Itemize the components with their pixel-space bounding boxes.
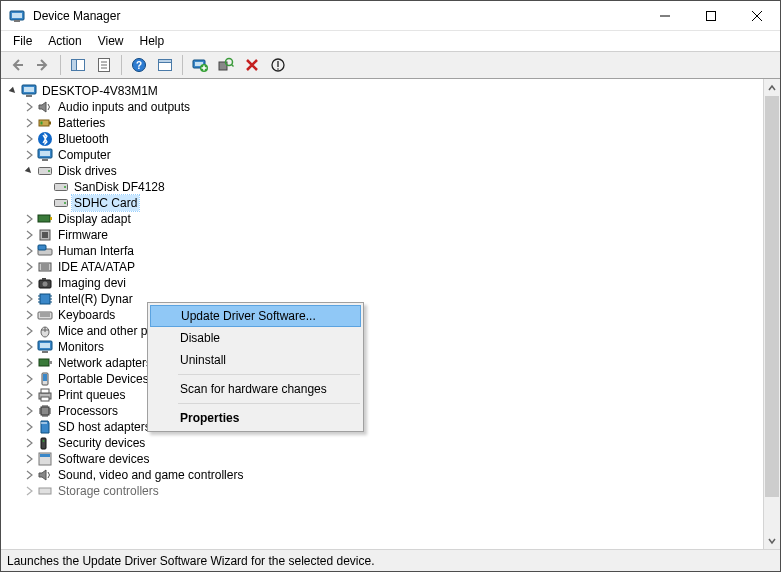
svg-rect-62 [39, 488, 51, 494]
expander-closed-icon[interactable] [21, 419, 37, 435]
svg-rect-22 [49, 122, 51, 125]
tree-item-display-adapters[interactable]: Display adapt [5, 211, 763, 227]
expander-closed-icon[interactable] [21, 259, 37, 275]
expander-closed-icon[interactable] [21, 355, 37, 371]
tree-item-sound[interactable]: Sound, video and game controllers [5, 467, 763, 483]
minimize-button[interactable] [642, 1, 688, 30]
menu-view[interactable]: View [90, 32, 132, 50]
context-menu-separator [178, 374, 360, 375]
expander-closed-icon[interactable] [21, 243, 37, 259]
network-icon [37, 355, 53, 371]
tree-item-bluetooth[interactable]: Bluetooth [5, 131, 763, 147]
expander-open-icon[interactable] [21, 163, 37, 179]
menu-action[interactable]: Action [40, 32, 89, 50]
expander-closed-icon[interactable] [21, 291, 37, 307]
context-menu-item-label: Properties [180, 411, 239, 425]
back-button[interactable] [5, 53, 29, 77]
svg-rect-55 [41, 389, 49, 393]
expander-open-icon[interactable] [5, 83, 21, 99]
svg-rect-58 [41, 438, 46, 449]
tree-item-software-devices[interactable]: Software devices [5, 451, 763, 467]
expander-closed-icon[interactable] [21, 387, 37, 403]
scrollbar-track[interactable] [764, 96, 780, 532]
device-tree[interactable]: DESKTOP-4V83M1M Audio inputs and outputs [1, 79, 763, 549]
expander-closed-icon[interactable] [21, 467, 37, 483]
tree-item-network-adapters[interactable]: Network adapters [5, 355, 763, 371]
expander-closed-icon[interactable] [21, 147, 37, 163]
show-hide-console-tree-button[interactable] [66, 53, 90, 77]
window-controls [642, 1, 780, 30]
tree-root[interactable]: DESKTOP-4V83M1M [5, 83, 763, 99]
svg-point-17 [277, 68, 279, 70]
vertical-scrollbar[interactable] [763, 79, 780, 549]
context-menu-scan[interactable]: Scan for hardware changes [150, 378, 361, 400]
tree-item-ide[interactable]: IDE ATA/ATAP [5, 259, 763, 275]
tree-item-computer[interactable]: Computer [5, 147, 763, 163]
expander-closed-icon[interactable] [21, 99, 37, 115]
forward-button[interactable] [31, 53, 55, 77]
update-driver-button[interactable] [188, 53, 212, 77]
menu-file[interactable]: File [5, 32, 40, 50]
sound-icon [37, 467, 53, 483]
expander-closed-icon[interactable] [21, 435, 37, 451]
expander-closed-icon[interactable] [21, 451, 37, 467]
expander-closed-icon[interactable] [21, 307, 37, 323]
help-button[interactable]: ? [127, 53, 151, 77]
expander-closed-icon[interactable] [21, 339, 37, 355]
properties-button[interactable] [92, 53, 116, 77]
context-menu-uninstall[interactable]: Uninstall [150, 349, 361, 371]
maximize-button[interactable] [688, 1, 734, 30]
keyboard-icon [37, 307, 53, 323]
context-menu-disable[interactable]: Disable [150, 327, 361, 349]
software-icon [37, 451, 53, 467]
tree-item-hid[interactable]: Human Interfa [5, 243, 763, 259]
tree-item-imaging[interactable]: Imaging devi [5, 275, 763, 291]
svg-point-42 [43, 282, 48, 287]
expander-closed-icon[interactable] [21, 211, 37, 227]
tree-item-sandisk[interactable]: SanDisk DF4128 [5, 179, 763, 195]
tree-item-label: Portable Devices [56, 371, 151, 387]
tree-item-print-queues[interactable]: Print queues [5, 387, 763, 403]
tree-item-intel-dynamic[interactable]: Intel(R) Dynar [5, 291, 763, 307]
tree-item-disk-drives[interactable]: Disk drives [5, 163, 763, 179]
tree-item-sdhc-card[interactable]: SDHC Card [5, 195, 763, 211]
tree-root-label: DESKTOP-4V83M1M [40, 83, 160, 99]
scroll-down-button[interactable] [764, 532, 780, 549]
tree-item-monitors[interactable]: Monitors [5, 339, 763, 355]
scan-hardware-button[interactable] [214, 53, 238, 77]
tree-item-audio[interactable]: Audio inputs and outputs [5, 99, 763, 115]
disable-button[interactable] [266, 53, 290, 77]
context-menu-update-driver[interactable]: Update Driver Software... [150, 305, 361, 327]
tree-item-processors[interactable]: Processors [5, 403, 763, 419]
close-button[interactable] [734, 1, 780, 30]
svg-text:?: ? [136, 60, 142, 71]
content-area: DESKTOP-4V83M1M Audio inputs and outputs [1, 79, 780, 549]
uninstall-button[interactable] [240, 53, 264, 77]
tree-item-batteries[interactable]: Batteries [5, 115, 763, 131]
svg-rect-27 [42, 159, 48, 161]
tree-item-portable-devices[interactable]: Portable Devices [5, 371, 763, 387]
expander-closed-icon[interactable] [21, 483, 37, 499]
tree-item-storage-controllers[interactable]: Storage controllers [5, 483, 763, 499]
expander-closed-icon[interactable] [21, 115, 37, 131]
processor-icon [37, 403, 53, 419]
expander-closed-icon[interactable] [21, 227, 37, 243]
scroll-up-button[interactable] [764, 79, 780, 96]
expander-closed-icon[interactable] [21, 323, 37, 339]
printer-icon [37, 387, 53, 403]
scrollbar-thumb[interactable] [765, 96, 779, 497]
expander-closed-icon[interactable] [21, 371, 37, 387]
tree-item-firmware[interactable]: Firmware [5, 227, 763, 243]
menu-help[interactable]: Help [132, 32, 173, 50]
svg-rect-39 [38, 245, 46, 250]
context-menu-item-label: Update Driver Software... [181, 309, 316, 323]
tree-item-sd-host[interactable]: SD host adapters [5, 419, 763, 435]
expander-closed-icon[interactable] [21, 131, 37, 147]
expander-closed-icon[interactable] [21, 275, 37, 291]
expander-closed-icon[interactable] [21, 403, 37, 419]
tree-item-keyboards[interactable]: Keyboards [5, 307, 763, 323]
tree-item-mice[interactable]: Mice and other pointing devices [5, 323, 763, 339]
tree-item-security[interactable]: Security devices [5, 435, 763, 451]
show-hidden-devices-button[interactable] [153, 53, 177, 77]
context-menu-properties[interactable]: Properties [150, 407, 361, 429]
